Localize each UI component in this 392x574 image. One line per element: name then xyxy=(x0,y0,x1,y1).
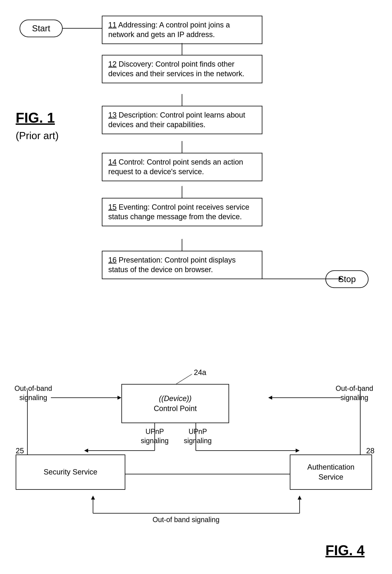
ref-25-label: 25 xyxy=(16,447,24,455)
fig1-label: FIG. 1 (Prior art) xyxy=(16,110,59,142)
upnp-signaling-left: UPnP signaling xyxy=(137,427,172,446)
arrow-13-14 xyxy=(182,141,182,153)
fig4-title: FIG. 4 xyxy=(325,542,365,558)
svg-marker-1 xyxy=(118,396,121,400)
flow-box-12: 12 Discovery: Control point finds other … xyxy=(102,55,262,83)
out-of-band-bottom: Out-of band signaling xyxy=(118,515,255,524)
arrow-12-13 xyxy=(182,94,182,106)
svg-marker-12 xyxy=(84,449,88,452)
svg-marker-3 xyxy=(268,396,272,400)
security-service-text: Security Service xyxy=(44,467,98,477)
flow-box-11: 11 Addressing: A control point joins a n… xyxy=(102,16,262,44)
step-12-text: 12 Discovery: Control point finds other … xyxy=(108,59,256,79)
auth-service-text: AuthenticationService xyxy=(307,462,354,482)
arrow-11-12 xyxy=(182,43,182,55)
svg-marker-21 xyxy=(298,496,302,500)
start-oval: Start xyxy=(20,20,63,37)
out-of-band-left-top: Out-of-band signaling xyxy=(12,384,55,402)
flow-box-15: 15 Eventing: Control point receives serv… xyxy=(102,198,262,226)
svg-line-23 xyxy=(176,374,192,384)
flow-box-13: 13 Description: Control point learns abo… xyxy=(102,106,262,134)
stop-oval: Stop xyxy=(325,270,369,288)
step-16-text: 16 Presentation: Control point displays … xyxy=(108,255,256,275)
flow-box-14: 14 Control: Control point sends an actio… xyxy=(102,153,262,181)
fig4-container: ((Device)) Control Point 24a Security Se… xyxy=(0,337,392,564)
stop-label: Stop xyxy=(338,274,356,284)
start-label: Start xyxy=(32,23,50,33)
svg-marker-22 xyxy=(91,496,95,500)
ref-24a-label: 24a xyxy=(194,368,206,377)
fig4-label: FIG. 4 xyxy=(325,542,365,558)
step-15-text: 15 Eventing: Control point receives serv… xyxy=(108,202,256,222)
prior-art-label: (Prior art) xyxy=(16,130,59,142)
ref-28-label: 28 xyxy=(366,447,374,455)
out-of-band-right-top: Out-of-band signaling xyxy=(333,384,376,402)
auth-service-box: AuthenticationService xyxy=(290,454,372,490)
control-point-box: ((Device)) Control Point xyxy=(121,384,229,423)
fig1-container: FIG. 1 (Prior art) Start 11 Addressing: … xyxy=(0,8,392,317)
fig1-title: FIG. 1 xyxy=(16,110,59,126)
arrow-start-to-box xyxy=(63,28,102,29)
step-13-text: 13 Description: Control point learns abo… xyxy=(108,110,256,130)
security-service-box: Security Service xyxy=(16,454,125,490)
step-11-text: 11 Addressing: A control point joins a n… xyxy=(108,20,256,40)
svg-marker-15 xyxy=(296,449,300,452)
control-point-text: ((Device)) Control Point xyxy=(154,393,197,414)
arrow-14-15 xyxy=(182,186,182,198)
step-14-text: 14 Control: Control point sends an actio… xyxy=(108,157,256,177)
flow-box-16: 16 Presentation: Control point displays … xyxy=(102,251,262,279)
upnp-signaling-right: UPnP signaling xyxy=(180,427,216,446)
arrow-15-16 xyxy=(182,239,182,251)
